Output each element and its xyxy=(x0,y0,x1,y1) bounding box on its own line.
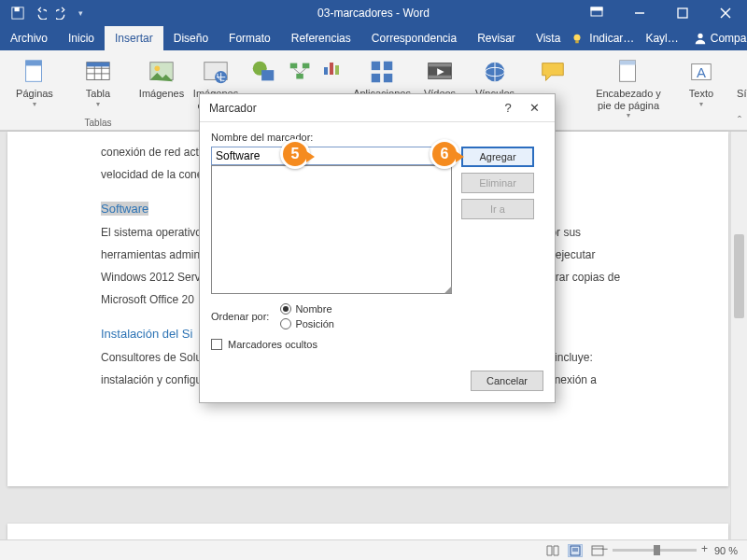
hidden-bookmarks-checkbox[interactable]: Marcadores ocultos xyxy=(211,339,543,350)
cancel-button[interactable]: Cancelar xyxy=(471,371,543,391)
tab-mailings[interactable]: Correspondencia xyxy=(361,26,467,50)
smartart-icon xyxy=(287,58,315,86)
dialog-title: Marcador xyxy=(209,102,257,115)
lightbulb-icon xyxy=(571,32,584,45)
zoom-level[interactable]: 90 % xyxy=(704,545,738,556)
print-layout-icon[interactable] xyxy=(568,544,583,557)
svg-rect-18 xyxy=(87,63,109,67)
tab-file[interactable]: Archivo xyxy=(0,26,58,50)
svg-rect-26 xyxy=(303,63,310,69)
vertical-scrollbar[interactable] xyxy=(730,132,747,539)
table-button[interactable]: Tabla▾ xyxy=(73,54,123,115)
header-icon xyxy=(614,58,642,86)
redo-icon[interactable] xyxy=(56,7,69,20)
tab-layout[interactable]: Formato xyxy=(218,26,281,50)
svg-rect-36 xyxy=(384,74,392,82)
resize-grip-icon[interactable]: ◢ xyxy=(444,284,452,294)
table-icon xyxy=(84,58,112,86)
hidden-bookmarks-label: Marcadores ocultos xyxy=(228,339,317,350)
callout-badge-6: 6 xyxy=(430,139,459,169)
svg-text:A: A xyxy=(697,64,706,80)
pages-button[interactable]: Páginas▾ xyxy=(9,54,60,115)
collapse-ribbon-icon[interactable]: ˆ xyxy=(738,115,741,128)
svg-rect-9 xyxy=(576,41,580,44)
sort-position-radio[interactable]: Posición xyxy=(280,318,334,329)
image-icon xyxy=(148,58,176,86)
qat-more-icon[interactable]: ▾ xyxy=(78,8,83,18)
user-name[interactable]: Kayl… xyxy=(640,32,684,45)
ribbon-tabs: Archivo Inicio Insertar Diseño Formato R… xyxy=(0,26,747,50)
tab-insert[interactable]: Insertar xyxy=(105,26,163,50)
goto-button: Ir a xyxy=(461,199,534,219)
text-label: Texto xyxy=(689,88,713,100)
tab-review[interactable]: Revisar xyxy=(467,26,526,50)
svg-line-29 xyxy=(300,68,306,74)
bookmark-list[interactable]: ◢ xyxy=(211,165,452,294)
minimize-icon[interactable] xyxy=(618,0,661,26)
tab-view[interactable]: Vista xyxy=(526,26,571,50)
chart-icon xyxy=(322,58,341,77)
svg-rect-39 xyxy=(429,76,451,79)
zoom-knob[interactable] xyxy=(654,545,660,555)
symbols-button[interactable]: Ω Símbolos▾ xyxy=(734,54,747,115)
svg-rect-38 xyxy=(429,63,451,67)
zoom-out-icon[interactable]: − xyxy=(601,542,608,555)
svg-rect-12 xyxy=(26,61,42,66)
video-icon xyxy=(426,58,454,86)
table-label: Tabla xyxy=(86,88,110,100)
tell-me[interactable]: Indicar… xyxy=(585,32,638,45)
status-bar: −+ 90 % xyxy=(0,539,747,560)
tab-home[interactable]: Inicio xyxy=(58,26,105,50)
delete-button: Eliminar xyxy=(461,173,534,193)
title-bar: ▾ 03-marcadores - Word xyxy=(0,0,747,26)
bookmark-name-label: Nombre del marcador: xyxy=(211,132,543,143)
close-icon[interactable] xyxy=(704,0,747,26)
tab-design[interactable]: Diseño xyxy=(163,26,218,50)
svg-rect-33 xyxy=(372,62,380,70)
bookmark-dialog: Marcador ? ✕ Nombre del marcador: ◢ Agre… xyxy=(199,93,556,403)
undo-icon[interactable] xyxy=(34,7,47,20)
svg-rect-27 xyxy=(296,74,303,79)
apps-icon xyxy=(368,58,396,86)
svg-rect-44 xyxy=(620,61,636,65)
tab-references[interactable]: Referencias xyxy=(281,26,361,50)
comment-icon xyxy=(539,58,567,86)
save-icon[interactable] xyxy=(11,7,24,20)
share-label: Compartir xyxy=(711,32,747,45)
svg-rect-32 xyxy=(335,65,339,75)
scroll-thumb[interactable] xyxy=(734,234,744,318)
ribbon-options-icon[interactable] xyxy=(575,0,618,26)
header-label: Encabezado y pie de página xyxy=(588,88,669,111)
svg-line-28 xyxy=(294,68,301,74)
symbols-label: Símbolos xyxy=(737,88,747,100)
dialog-help-icon[interactable]: ? xyxy=(495,101,521,115)
svg-rect-34 xyxy=(384,62,392,70)
dialog-close-icon[interactable]: ✕ xyxy=(521,101,547,115)
dialog-titlebar[interactable]: Marcador ? ✕ xyxy=(200,94,555,122)
maximize-icon[interactable] xyxy=(661,0,704,26)
svg-rect-3 xyxy=(591,7,602,10)
read-mode-icon[interactable] xyxy=(545,544,560,557)
share-icon xyxy=(694,32,707,45)
zoom-slider[interactable]: −+ xyxy=(613,549,697,552)
add-button[interactable]: Agregar xyxy=(461,147,534,167)
svg-rect-24 xyxy=(261,70,274,80)
images-button[interactable]: Imágenes xyxy=(136,54,187,115)
callout-badge-5: 5 xyxy=(280,139,310,169)
sort-name-label: Nombre xyxy=(295,303,331,315)
header-footer-button[interactable]: Encabezado y pie de página▾ xyxy=(588,54,669,119)
bookmark-name-input[interactable] xyxy=(211,147,452,165)
text-button[interactable]: A Texto▾ xyxy=(682,54,721,115)
svg-rect-30 xyxy=(324,67,328,75)
svg-point-10 xyxy=(698,34,702,38)
zoom-in-icon[interactable]: + xyxy=(701,542,708,555)
tables-group-label: Tablas xyxy=(85,115,112,130)
pages-label: Páginas xyxy=(16,88,53,100)
svg-rect-31 xyxy=(330,63,333,75)
online-image-icon xyxy=(202,58,230,86)
svg-rect-1 xyxy=(15,7,20,11)
share-button[interactable]: Compartir xyxy=(686,32,747,45)
sort-pos-label: Posición xyxy=(295,318,334,329)
link-icon xyxy=(481,58,509,86)
sort-name-radio[interactable]: Nombre xyxy=(280,303,334,315)
